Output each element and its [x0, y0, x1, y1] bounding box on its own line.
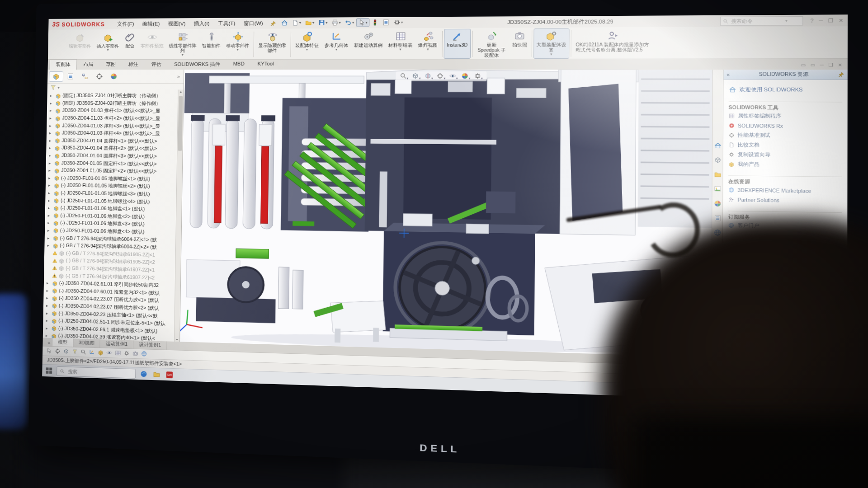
- scroll-thumb[interactable]: [178, 96, 183, 150]
- taskpane-link[interactable]: 复制设置向导: [728, 150, 842, 160]
- filter-bom-button[interactable]: [115, 350, 121, 357]
- search-input[interactable]: [730, 17, 784, 24]
- open-button[interactable]: ▾: [303, 19, 316, 27]
- expand-arrow-icon[interactable]: ▸: [46, 311, 50, 315]
- filter-globe-button[interactable]: [141, 351, 147, 358]
- expand-arrow-icon[interactable]: ▸: [47, 243, 51, 248]
- doc-window-button-0[interactable]: ▭: [801, 62, 806, 68]
- taskpane-link[interactable]: 属性标签编制程序: [729, 111, 842, 122]
- welcome-link[interactable]: 欢迎使用 SOLIDWORKS: [729, 84, 842, 95]
- expand-arrow-icon[interactable]: ▸: [46, 326, 50, 330]
- tree-item[interactable]: ▸JD350-ZD04-01.03 撑杆<3> (默认<<默认>_显: [47, 122, 183, 130]
- filter-funnel-icon[interactable]: [50, 84, 57, 91]
- save-button[interactable]: ▾: [316, 19, 329, 27]
- expand-arrow-icon[interactable]: ▸: [49, 123, 53, 128]
- minimize-button[interactable]: ─: [819, 17, 823, 23]
- expand-arrow-icon[interactable]: ▸: [49, 138, 53, 143]
- cm-button-4[interactable]: 线性零部件阵列▾: [166, 30, 199, 59]
- expand-arrow-icon[interactable]: ▸: [47, 236, 52, 240]
- expand-arrow-icon[interactable]: ▸: [47, 221, 52, 225]
- filter-cursor-button[interactable]: [46, 347, 52, 354]
- expand-arrow-icon[interactable]: ▸: [48, 213, 52, 218]
- cm-button-13[interactable]: Instant3D: [444, 29, 470, 58]
- cm-button-7[interactable]: 显示隐藏的零部件: [256, 30, 289, 58]
- doc-tab-模型[interactable]: 模型: [52, 338, 73, 347]
- tree-item[interactable]: ▸JD350-ZD04-01.03 撑杆<2> (默认<<默认>_显: [47, 114, 183, 122]
- expand-arrow-icon[interactable]: ▸: [49, 153, 53, 158]
- taskpane-link[interactable]: 我的产品: [728, 160, 842, 170]
- hud-target-button[interactable]: ▾: [436, 72, 445, 80]
- menu-item-2[interactable]: 视图(V): [164, 20, 189, 27]
- taskpane-tab-folder[interactable]: [714, 171, 722, 179]
- hud-eye-button[interactable]: ▾: [449, 72, 458, 80]
- hud-gear-button[interactable]: ▾: [474, 72, 483, 80]
- cm-button-17[interactable]: OK#10211A 装配体内批量添加方程式代号名称分离.整体版V2.5: [573, 28, 654, 58]
- scroll-down-icon[interactable]: ▼: [175, 338, 179, 341]
- filter-part-button[interactable]: [98, 349, 104, 357]
- search-dropdown-icon[interactable]: ▾: [785, 19, 788, 23]
- menu-item-3[interactable]: 插入(I): [190, 19, 214, 27]
- tree-item[interactable]: ▸JD350-ZD04-01.03 撑杆<1> (默认<<默认>_显: [48, 107, 183, 115]
- new-document-button[interactable]: ▾: [290, 19, 302, 27]
- taskpane-tab-home[interactable]: [714, 142, 722, 150]
- hud-search-button[interactable]: ▾: [399, 72, 408, 80]
- menu-item-4[interactable]: 工具(T): [214, 19, 240, 27]
- cm-button-2[interactable]: 配合: [122, 31, 137, 59]
- tree-item[interactable]: ▸(固定) JD350S-ZJ04-01打断主牌坊（传动侧）: [48, 92, 183, 100]
- doc-window-button-1[interactable]: ▭: [810, 62, 815, 68]
- taskpane-link[interactable]: 比较文档: [728, 140, 842, 150]
- propertymanager-tab[interactable]: [64, 71, 77, 81]
- filter-refgeom-button[interactable]: [89, 349, 95, 356]
- expand-arrow-icon[interactable]: ▸: [48, 168, 52, 173]
- filter-target-button[interactable]: [55, 348, 61, 355]
- tab-布局[interactable]: 布局: [77, 59, 99, 70]
- select-button[interactable]: ▾: [356, 19, 369, 27]
- taskpane-tab-cubewire[interactable]: [714, 156, 722, 164]
- cm-button-6[interactable]: 移动零部件▾: [224, 30, 252, 59]
- menu-item-1[interactable]: 编辑(E): [138, 20, 164, 27]
- filter-eye-button[interactable]: [106, 349, 112, 357]
- taskpane-link[interactable]: Partner Solutions: [728, 195, 842, 206]
- pin-icon[interactable]: [838, 71, 844, 77]
- command-search[interactable]: ▾: [720, 16, 803, 25]
- cm-button-8[interactable]: 装配体特征▾: [292, 30, 321, 58]
- doc-tabs-scroll-icon[interactable]: «: [45, 339, 52, 347]
- expand-arrow-icon[interactable]: ▸: [47, 281, 51, 285]
- maximize-button[interactable]: ❐: [828, 17, 833, 23]
- tab-SOLIDWORKS 插件[interactable]: SOLIDWORKS 插件: [168, 59, 227, 70]
- tab-装配体[interactable]: 装配体: [50, 59, 77, 70]
- cm-button-12[interactable]: 爆炸视图▾: [416, 29, 440, 58]
- taskbar-solidworks[interactable]: SW: [165, 371, 174, 379]
- help-button[interactable]: ?: [811, 18, 814, 24]
- taskbar-search[interactable]: [57, 366, 136, 378]
- cm-button-14[interactable]: 更新 Speedpak 子装配体: [474, 29, 509, 58]
- filter-cubewire-button[interactable]: [63, 348, 69, 355]
- hud-cubewire-button[interactable]: ▾: [412, 72, 421, 80]
- tab-评估[interactable]: 评估: [145, 59, 168, 70]
- expand-arrow-icon[interactable]: ▸: [48, 198, 52, 203]
- tree-item[interactable]: ▸(固定) JD350S-ZJ04-02打断主牌坊（操作侧）: [48, 99, 183, 108]
- expand-arrow-icon[interactable]: ▸: [50, 94, 54, 98]
- cm-button-16[interactable]: 大型装配体设置▾: [534, 29, 569, 58]
- doc-window-button-4[interactable]: ✕: [838, 62, 842, 68]
- filter-search-button[interactable]: [80, 349, 86, 356]
- expand-arrow-icon[interactable]: ▸: [46, 296, 50, 300]
- expand-arrow-icon[interactable]: ▸: [49, 146, 53, 150]
- expand-arrow-icon[interactable]: ▸: [50, 108, 54, 113]
- hud-wheelcolor-button[interactable]: ▾: [461, 72, 470, 80]
- cm-button-10[interactable]: 新建运动算例: [351, 30, 385, 59]
- filter-camera-button[interactable]: [132, 350, 138, 357]
- expand-arrow-icon[interactable]: ▸: [48, 206, 52, 210]
- expand-arrow-icon[interactable]: ▸: [48, 183, 52, 188]
- cm-button-11[interactable]: 材料明细表▾: [386, 29, 415, 58]
- cm-button-15[interactable]: 拍快照: [509, 29, 529, 58]
- doc-tab-运动算例1[interactable]: 运动算例1: [100, 339, 134, 348]
- filter-gear-button[interactable]: [123, 350, 129, 357]
- settings-button[interactable]: ▾: [392, 19, 405, 27]
- taskpane-link[interactable]: 性能基准测试: [728, 131, 842, 141]
- taskpane-tab-wheelcolor[interactable]: [713, 200, 721, 208]
- expand-arrow-icon[interactable]: ▸: [49, 116, 53, 121]
- taskpane-tab-proplist[interactable]: [713, 215, 721, 223]
- expand-arrow-icon[interactable]: ▸: [46, 333, 50, 338]
- expand-arrow-icon[interactable]: ▸: [46, 303, 50, 308]
